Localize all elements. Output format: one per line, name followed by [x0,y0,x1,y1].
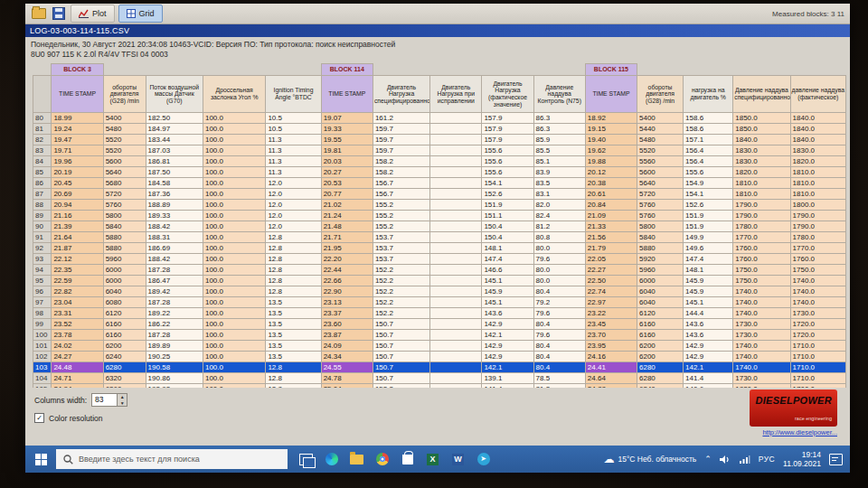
grid-cell[interactable]: 23.31 [52,308,103,319]
grid-cell[interactable]: 5800 [103,211,146,221]
column-header[interactable]: Давление наддува специфицированное [733,76,790,113]
grid-cell[interactable]: 188.31 [146,232,203,243]
grid-cell[interactable] [430,341,482,352]
grid-cell[interactable]: 1710.0 [790,362,845,373]
grid-cell[interactable]: 6280 [637,362,684,373]
grid-cell[interactable]: 158.2 [373,167,429,178]
grid-cell[interactable]: 5960 [637,265,684,276]
table-row[interactable]: 10424.716320190.86100.012.824.78150.7139… [33,373,846,384]
grid-cell[interactable]: 5800 [637,221,684,232]
grid-cell[interactable]: 22.44 [321,265,373,276]
grid-cell[interactable]: 1730.0 [733,373,790,384]
grid-cell[interactable]: 100.0 [203,319,265,330]
grid-cell[interactable]: 145.9 [684,286,733,297]
grid-cell[interactable]: 142.1 [482,330,533,341]
grid-cell[interactable]: 24.16 [585,352,637,362]
grid-cell[interactable]: 81.2 [533,221,585,232]
grid-cell[interactable]: 85.1 [533,156,585,167]
grid-cell[interactable]: 154.9 [684,178,733,189]
grid-cell[interactable]: 24.78 [321,373,373,384]
grid-cell[interactable] [430,286,482,297]
grid-cell[interactable]: 19.33 [321,124,373,135]
grid-cell[interactable]: 1810.0 [733,178,790,189]
row-number[interactable]: 100 [33,330,52,341]
tab-plot[interactable]: Plot [71,5,115,23]
grid-cell[interactable]: 22.35 [52,265,103,276]
grid-cell[interactable]: 6040 [103,286,146,297]
grid-cell[interactable]: 187.28 [146,265,203,276]
grid-cell[interactable]: 6320 [103,373,146,384]
grid-cell[interactable]: 6080 [103,297,146,308]
grid-cell[interactable]: 83.9 [533,167,585,178]
grid-cell[interactable]: 80.4 [533,286,585,297]
grid-cell[interactable]: 24.71 [52,373,103,384]
grid-cell[interactable]: 100.0 [203,352,265,362]
grid-cell[interactable]: 23.45 [585,319,637,330]
grid-cell[interactable]: 150.4 [482,221,533,232]
grid-cell[interactable]: 23.70 [585,330,637,341]
table-row[interactable]: 8620.455680184.58100.012.020.53156.7154.… [33,178,846,189]
grid-cell[interactable]: 1740.0 [733,297,790,308]
grid-cell[interactable]: 1820.0 [790,156,845,167]
grid-cell[interactable]: 100.0 [203,135,265,145]
grid-cell[interactable]: 21.71 [321,232,373,243]
grid-cell[interactable]: 100.0 [203,189,265,200]
grid-cell[interactable]: 187.50 [146,167,203,178]
grid-cell[interactable]: 1780.0 [733,221,790,232]
grid-cell[interactable]: 161.2 [373,113,429,124]
grid-cell[interactable]: 1740.0 [733,352,790,362]
grid-cell[interactable]: 100.0 [203,286,265,297]
grid-cell[interactable]: 79.6 [533,308,585,319]
store-button[interactable] [400,452,415,467]
row-number[interactable]: 92 [33,243,52,254]
grid-cell[interactable]: 85.9 [533,135,585,145]
grid-cell[interactable]: 6160 [637,330,684,341]
grid-cell[interactable]: 182.50 [146,113,203,124]
column-header[interactable]: Поток воздушной массы Датчик (G70) [146,76,203,113]
grid-cell[interactable]: 23.60 [321,319,373,330]
grid-cell[interactable]: 1720.0 [790,330,845,341]
stepper-arrows[interactable]: ▲▼ [117,394,127,406]
grid-cell[interactable]: 187.03 [146,145,203,156]
weather-widget[interactable]: ☁ 15°C Неб. облачность [603,454,696,465]
grid-cell[interactable]: 156.4 [684,156,733,167]
grid-cell[interactable]: 153.7 [373,243,429,254]
column-header[interactable]: Давление наддува Контроль (N75) [533,76,585,113]
grid-cell[interactable]: 20.45 [52,178,103,189]
grid-cell[interactable]: 1810.0 [790,189,845,200]
grid-cell[interactable]: 18.92 [585,113,637,124]
grid-cell[interactable] [430,362,482,373]
table-row[interactable]: 10124.026200189.89100.013.524.09150.7142… [33,341,846,352]
grid-cell[interactable] [430,352,482,362]
grid-cell[interactable]: 1790.0 [790,211,845,221]
grid-cell[interactable]: 5640 [103,167,146,178]
grid-cell[interactable]: 1740.0 [790,286,845,297]
table-row[interactable]: 8319.715520187.03100.011.319.81159.7155.… [33,145,846,156]
grid-cell[interactable]: 22.12 [52,254,103,265]
grid-cell[interactable]: 5880 [103,232,146,243]
data-grid-container[interactable]: BLOCK 3BLOCK 114BLOCK 115TIME STAMPоборо… [25,61,850,388]
grid-cell[interactable]: 153.7 [373,254,429,265]
grid-cell[interactable]: 22.59 [52,276,103,286]
row-number[interactable]: 84 [33,156,52,167]
table-row[interactable]: 10023.786160187.28100.013.523.87150.7142… [33,330,846,341]
grid-cell[interactable]: 1710.0 [790,373,845,384]
grid-cell[interactable]: 189.89 [146,341,203,352]
grid-cell[interactable]: 145.9 [684,276,733,286]
grid-cell[interactable]: 1740.0 [733,286,790,297]
grid-cell[interactable]: 12.8 [266,265,321,276]
grid-cell[interactable]: 1740.0 [790,297,845,308]
grid-cell[interactable]: 13.5 [266,308,321,319]
grid-cell[interactable]: 142.9 [684,352,733,362]
grid-cell[interactable]: 1730.0 [733,319,790,330]
row-number[interactable]: 93 [33,254,52,265]
table-row[interactable]: 10224.276240190.25100.013.524.34150.7142… [33,352,846,362]
column-header[interactable]: нагрузка на двигатель % [684,76,733,113]
grid-cell[interactable]: 1750.0 [790,265,845,276]
grid-cell[interactable]: 152.2 [373,308,429,319]
grid-cell[interactable]: 6240 [103,352,146,362]
grid-cell[interactable]: 155.6 [482,145,533,156]
grid-cell[interactable]: 20.77 [321,189,373,200]
grid-cell[interactable]: 156.7 [373,189,429,200]
grid-cell[interactable]: 187.28 [146,297,203,308]
